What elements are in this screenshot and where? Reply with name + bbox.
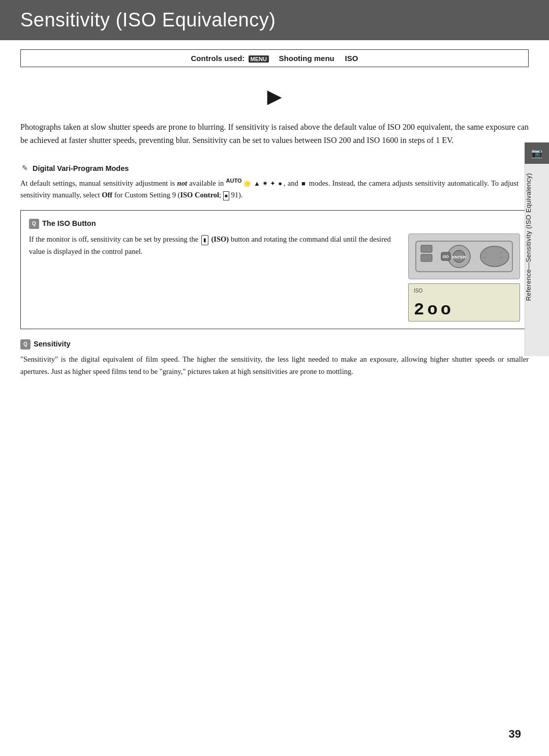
sensitivity-header: Q Sensitivity (20, 338, 529, 351)
lcd-panel: ISO 2oo (408, 283, 520, 322)
iso-button-title: The ISO Button (42, 218, 96, 229)
side-tab-camera: 📷 (525, 142, 549, 164)
iso-button-header: Q The ISO Button (29, 218, 520, 229)
page-title: Sensitivity (ISO Equivalency) (20, 9, 529, 31)
camera-top-diagram: ENTER ISO (408, 234, 520, 279)
digital-vari-section: ✎ Digital Vari-Program Modes At default … (20, 163, 518, 201)
lcd-iso-label: ISO (414, 287, 514, 295)
digital-vari-paragraph: At default settings, manual sensitivity … (20, 177, 518, 201)
digital-vari-title: Digital Vari-Program Modes (33, 163, 129, 175)
sensitivity-section: Q Sensitivity "Sensitivity" is the digit… (20, 338, 529, 378)
lcd-value: 2oo (414, 296, 514, 324)
page: Sensitivity (ISO Equivalency) Controls u… (0, 0, 549, 756)
svg-rect-1 (421, 245, 432, 252)
camera-diagram-svg: ENTER ISO (413, 236, 515, 277)
iso-image-area: ENTER ISO ISO (408, 234, 520, 322)
auto-icon: AUTO (226, 178, 242, 184)
title-bar: Sensitivity (ISO Equivalency) (0, 0, 549, 40)
controls-label: Controls used: (191, 54, 245, 63)
sensitivity-title: Sensitivity (34, 338, 71, 351)
iso-button-content: If the monitor is off, sensitivity can b… (29, 234, 520, 322)
page-number: 39 (509, 728, 521, 741)
main-paragraph: Photographs taken at slow shutter speeds… (20, 121, 529, 148)
digital-vari-header: ✎ Digital Vari-Program Modes (20, 163, 518, 175)
sensitivity-section-icon: Q (20, 339, 30, 350)
svg-point-8 (480, 246, 509, 267)
pencil-icon: ✎ (20, 164, 29, 173)
svg-text:ENTER: ENTER (452, 255, 466, 259)
sensitivity-paragraph: "Sensitivity" is the digital equivalent … (20, 354, 529, 378)
svg-text:ISO: ISO (443, 255, 449, 258)
side-tab-text: Reference—Sensitivity (ISO Equivalency) (525, 168, 549, 306)
right-arrow-icon: ► (262, 83, 287, 110)
iso-section-icon: Q (29, 219, 39, 229)
iso-label-controls: ISO (345, 54, 358, 63)
main-body-text: Photographs taken at slow shutter speeds… (20, 121, 529, 148)
camera-icon: 📷 (531, 148, 542, 159)
menu-icon: MENU (249, 55, 269, 63)
controls-bar: Controls used: MENU Shooting menu ISO (20, 49, 529, 67)
shooting-menu-label: Shooting menu (279, 54, 334, 63)
arrow-area: ► (20, 82, 529, 110)
iso-button-inline-icon: ▮ (201, 235, 208, 245)
svg-rect-2 (421, 254, 432, 261)
iso-button-text: If the monitor is off, sensitivity can b… (29, 234, 398, 322)
side-tab-label: Reference—Sensitivity (ISO Equivalency) (525, 173, 532, 301)
iso-button-section: Q The ISO Button If the monitor is off, … (20, 210, 529, 329)
